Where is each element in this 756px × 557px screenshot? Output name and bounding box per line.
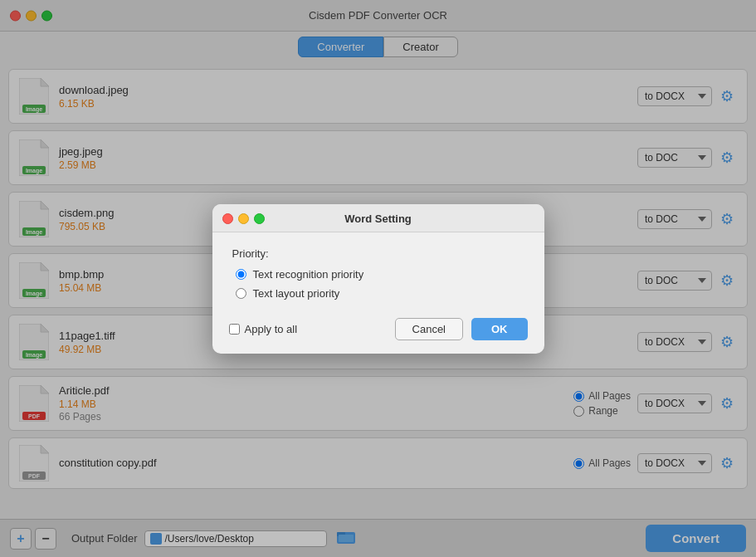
text-layout-option[interactable]: Text layout priority: [236, 287, 524, 300]
modal-actions: Cancel OK: [395, 318, 528, 340]
text-recognition-option[interactable]: Text recognition priority: [236, 268, 524, 281]
modal-footer: Apply to all Cancel OK: [212, 310, 544, 354]
modal-title: Word Setting: [344, 213, 412, 225]
cancel-button[interactable]: Cancel: [395, 318, 463, 340]
text-layout-label: Text layout priority: [253, 287, 340, 300]
apply-all-wrap: Apply to all: [229, 323, 298, 335]
modal-overlay: Word Setting Priority: Text recognition …: [0, 0, 756, 557]
modal-close-button[interactable]: [222, 213, 233, 224]
modal-maximize-button[interactable]: [254, 213, 265, 224]
priority-options: Text recognition priority Text layout pr…: [236, 268, 524, 300]
text-layout-radio[interactable]: [236, 288, 246, 299]
apply-all-label: Apply to all: [245, 323, 298, 335]
modal-traffic-lights: [222, 213, 265, 224]
modal-title-bar: Word Setting: [212, 204, 544, 232]
apply-all-checkbox[interactable]: [229, 324, 240, 335]
modal-body: Priority: Text recognition priority Text…: [212, 232, 544, 310]
text-recognition-label: Text recognition priority: [253, 268, 364, 281]
word-setting-dialog: Word Setting Priority: Text recognition …: [212, 204, 544, 354]
modal-minimize-button[interactable]: [238, 213, 249, 224]
priority-label: Priority:: [232, 247, 524, 260]
text-recognition-radio[interactable]: [236, 269, 246, 280]
ok-button[interactable]: OK: [471, 318, 528, 340]
